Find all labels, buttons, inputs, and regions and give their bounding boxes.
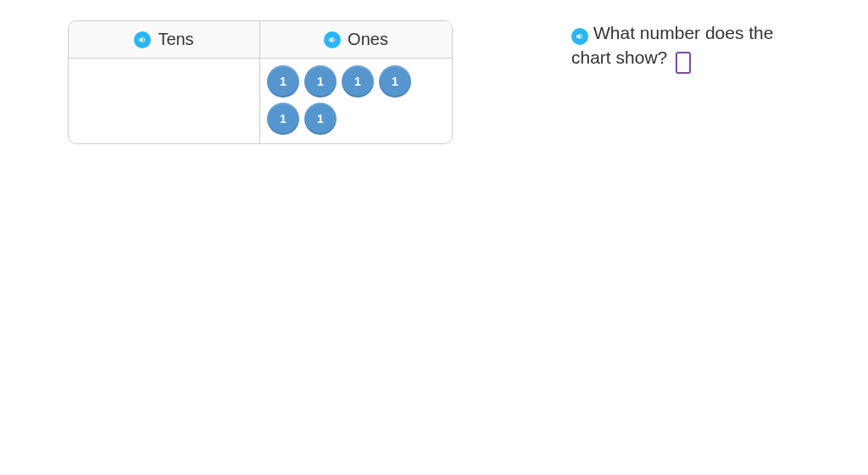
speaker-icon[interactable] [324,31,341,48]
tens-label: Tens [158,30,193,49]
speaker-icon[interactable] [571,28,588,45]
ones-chip: 1 [379,65,411,98]
tens-cell [69,59,260,143]
ones-cell: 111111 [260,59,452,143]
ones-chip: 1 [304,65,337,98]
ones-chip: 1 [267,65,299,98]
ones-chip: 1 [267,103,299,135]
answer-input[interactable] [676,52,691,74]
ones-label: Ones [348,30,388,49]
place-value-chart: Tens Ones [68,20,453,144]
speaker-icon[interactable] [134,31,151,48]
question-text: What number does the chart show? [571,20,809,74]
ones-chip: 1 [304,103,337,135]
tens-header: Tens [69,21,260,59]
ones-chip: 1 [342,65,374,98]
ones-header: Ones [260,21,452,59]
question-label: What number does the chart show? [571,23,773,67]
